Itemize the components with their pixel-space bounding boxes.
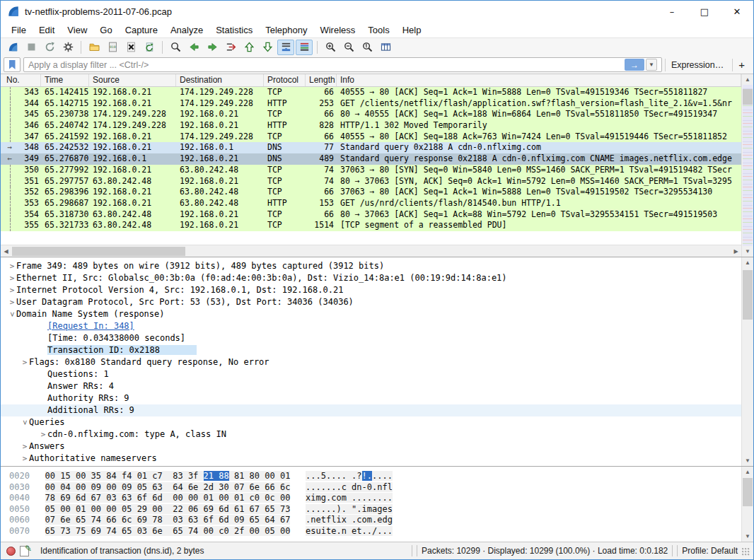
menu-view[interactable]: View bbox=[61, 23, 93, 37]
packet-row-350[interactable]: 35065.277992192.168.0.2163.80.242.48TCP7… bbox=[1, 165, 741, 176]
detail-line-6[interactable]: [Time: 0.034338000 seconds] bbox=[1, 332, 741, 344]
reload-file-icon[interactable] bbox=[141, 40, 158, 55]
auto-scroll-icon[interactable] bbox=[277, 40, 294, 55]
find-packet-icon[interactable] bbox=[167, 40, 184, 55]
add-filter-button[interactable]: + bbox=[732, 59, 750, 71]
column-header-source[interactable]: Source bbox=[89, 74, 176, 86]
detail-line-10[interactable]: Answer RRs: 4 bbox=[1, 380, 741, 392]
go-last-icon[interactable] bbox=[259, 40, 276, 55]
menu-edit[interactable]: Edit bbox=[33, 23, 61, 37]
detail-line-5[interactable]: [Request In: 348] bbox=[1, 320, 741, 332]
menu-capture[interactable]: Capture bbox=[119, 23, 164, 37]
hex-row-0030[interactable]: 0030 00 04 00 09 00 09 05 63 64 6e 2d 30… bbox=[9, 482, 393, 494]
bytes-scroll-down-icon[interactable]: ▼ bbox=[742, 531, 753, 542]
detail-line-8[interactable]: >Flags: 0x8180 Standard query response, … bbox=[1, 356, 741, 368]
detail-line-14[interactable]: >cdn-0.nflximg.com: type A, class IN bbox=[1, 428, 741, 441]
packet-row-343[interactable]: 34365.142415192.168.0.21174.129.249.228T… bbox=[1, 87, 741, 98]
expander-closed-icon[interactable]: > bbox=[21, 453, 29, 465]
hex-row-0070[interactable]: 0070 65 73 75 69 74 65 03 6e 65 74 00 c0… bbox=[9, 526, 393, 537]
filter-bookmark-button[interactable] bbox=[4, 57, 21, 72]
save-file-icon[interactable]: 010 bbox=[104, 40, 121, 55]
detail-line-0[interactable]: >Frame 349: 489 bytes on wire (3912 bits… bbox=[1, 260, 741, 272]
packet-row-355[interactable]: 35565.32173363.80.242.48192.168.0.21TCP1… bbox=[1, 220, 741, 231]
capture-options-icon[interactable] bbox=[59, 40, 76, 55]
filter-dropdown-button[interactable]: ▼ bbox=[646, 59, 657, 71]
packet-row-346[interactable]: 34665.240742174.129.249.228192.168.0.21H… bbox=[1, 120, 741, 132]
detail-line-1[interactable]: >Ethernet II, Src: Globalsc_00:3b:0a (f0… bbox=[1, 272, 741, 284]
packet-row-352[interactable]: 35265.298396192.168.0.2163.80.242.48TCP6… bbox=[1, 187, 741, 198]
expander-open-icon[interactable]: > bbox=[19, 419, 31, 427]
resize-columns-icon[interactable] bbox=[377, 40, 394, 55]
maximize-button[interactable]: □ bbox=[688, 1, 721, 22]
go-to-packet-icon[interactable] bbox=[222, 40, 239, 55]
minimize-button[interactable]: – bbox=[656, 1, 688, 22]
expert-info-icon[interactable] bbox=[6, 547, 16, 556]
go-forward-icon[interactable] bbox=[204, 40, 221, 55]
hex-row-0060[interactable]: 0060 07 6e 65 74 66 6c 69 78 03 63 6f 6d… bbox=[9, 515, 393, 526]
start-capture-icon[interactable] bbox=[4, 40, 21, 55]
packet-row-354[interactable]: 35465.31873063.80.242.48192.168.0.21TCP6… bbox=[1, 209, 741, 221]
detail-line-4[interactable]: >Domain Name System (response) bbox=[1, 308, 741, 320]
packet-row-349[interactable]: ←34965.276870192.168.0.1192.168.0.21DNS4… bbox=[1, 153, 741, 165]
packet-row-344[interactable]: 34465.142715192.168.0.21174.129.249.228H… bbox=[1, 98, 741, 110]
menu-go[interactable]: Go bbox=[93, 23, 118, 37]
packet-list-vscrollbar[interactable]: ▲ ▼ bbox=[741, 74, 753, 257]
column-header-info[interactable]: Info bbox=[337, 74, 741, 86]
column-header-no[interactable]: No. bbox=[1, 74, 41, 86]
detail-line-16[interactable]: >Authoritative nameservers bbox=[1, 453, 741, 465]
detail-line-9[interactable]: Questions: 1 bbox=[1, 368, 741, 380]
packet-row-345[interactable]: 34565.230738174.129.249.228192.168.0.21T… bbox=[1, 109, 741, 120]
menu-help[interactable]: Help bbox=[396, 23, 428, 37]
packet-row-347[interactable]: 34765.241592192.168.0.21174.129.249.228T… bbox=[1, 132, 741, 143]
detail-scroll-thumb[interactable] bbox=[743, 270, 753, 320]
restart-capture-icon[interactable] bbox=[41, 40, 58, 55]
packet-row-353[interactable]: 35365.298687192.168.0.2163.80.242.48HTTP… bbox=[1, 198, 741, 209]
detail-scroll-down-icon[interactable]: ▼ bbox=[742, 455, 753, 466]
vscroll-down-arrow-icon[interactable]: ▼ bbox=[742, 246, 753, 257]
zoom-in-icon[interactable] bbox=[322, 40, 339, 55]
menu-telephony[interactable]: Telephony bbox=[259, 23, 313, 37]
detail-line-2[interactable]: >Internet Protocol Version 4, Src: 192.1… bbox=[1, 284, 741, 296]
packet-list-header[interactable]: No.TimeSourceDestinationProtocolLengthIn… bbox=[1, 74, 741, 87]
menu-wireless[interactable]: Wireless bbox=[313, 23, 361, 37]
stop-capture-icon[interactable] bbox=[23, 40, 40, 55]
expander-closed-icon[interactable]: > bbox=[21, 441, 29, 453]
column-header-destination[interactable]: Destination bbox=[176, 74, 264, 86]
detail-line-11[interactable]: Authority RRs: 9 bbox=[1, 392, 741, 404]
expander-closed-icon[interactable]: > bbox=[8, 284, 16, 296]
go-back-icon[interactable] bbox=[185, 40, 202, 55]
hex-row-0020[interactable]: 0020 00 15 00 35 84 f4 01 c7 83 3f 21 88… bbox=[9, 471, 393, 482]
packet-row-348[interactable]: →34865.242532192.168.0.21192.168.0.1DNS7… bbox=[1, 142, 741, 153]
expander-closed-icon[interactable]: > bbox=[8, 260, 16, 272]
apply-filter-button[interactable]: → bbox=[625, 59, 644, 71]
bytes-vscrollbar[interactable]: ▲ ▼ bbox=[741, 467, 753, 542]
column-header-length[interactable]: Length bbox=[306, 74, 337, 86]
column-header-time[interactable]: Time bbox=[41, 74, 89, 86]
menu-file[interactable]: File bbox=[5, 23, 33, 37]
intelligent-scrollbar-minimap[interactable] bbox=[743, 85, 753, 246]
detail-line-15[interactable]: >Answers bbox=[1, 441, 741, 453]
detail-vscrollbar[interactable]: ▲ ▼ bbox=[741, 257, 753, 466]
detail-scroll-up-icon[interactable]: ▲ bbox=[742, 257, 753, 268]
menu-tools[interactable]: Tools bbox=[361, 23, 395, 37]
bytes-scroll-up-icon[interactable]: ▲ bbox=[742, 467, 753, 477]
column-header-protocol[interactable]: Protocol bbox=[264, 74, 306, 86]
go-first-icon[interactable] bbox=[240, 40, 257, 55]
display-filter-input[interactable]: Apply a display filter ... <Ctrl-/> → ▼ bbox=[23, 57, 662, 72]
packet-row-351[interactable]: 35165.29775763.80.242.48192.168.0.21TCP7… bbox=[1, 176, 741, 187]
expander-open-icon[interactable]: > bbox=[6, 310, 18, 319]
hscroll-left-arrow-icon[interactable]: ◀ bbox=[1, 245, 11, 257]
capture-comment-icon[interactable]: ✎ bbox=[20, 546, 30, 556]
open-file-icon[interactable] bbox=[86, 40, 103, 55]
expander-closed-icon[interactable]: > bbox=[39, 428, 47, 441]
detail-line-12[interactable]: Additional RRs: 9 bbox=[1, 404, 741, 416]
expression-button[interactable]: Expression… bbox=[665, 59, 729, 71]
menu-analyze[interactable]: Analyze bbox=[164, 23, 209, 37]
hscroll-thumb[interactable] bbox=[12, 247, 185, 256]
hex-row-0050[interactable]: 0050 05 00 01 00 00 05 29 00 22 06 69 6d… bbox=[9, 504, 393, 515]
packet-list-hscrollbar[interactable]: ◀ ▶ bbox=[1, 245, 741, 257]
expander-closed-icon[interactable]: > bbox=[21, 356, 29, 368]
detail-line-7[interactable]: Transaction ID: 0x2188 bbox=[1, 344, 741, 356]
menu-statistics[interactable]: Statistics bbox=[209, 23, 259, 37]
close-button[interactable]: ✕ bbox=[721, 1, 753, 22]
